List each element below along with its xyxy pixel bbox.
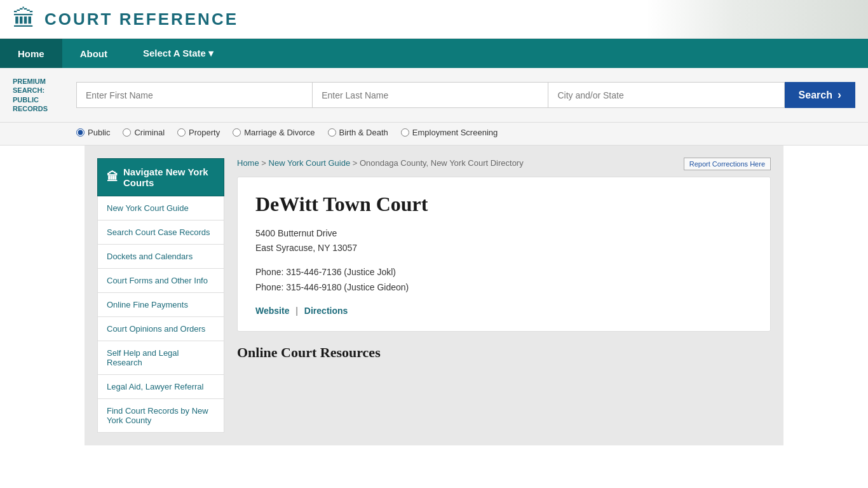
phone2: Phone: 315-446-9180 (Justice Gideon) <box>255 280 752 295</box>
sidebar-header-icon: 🏛 <box>107 171 118 184</box>
breadcrumb-home[interactable]: Home <box>237 158 259 168</box>
court-address: 5400 Butternut Drive East Syracuse, NY 1… <box>255 226 752 255</box>
court-links: Website | Directions <box>255 306 752 316</box>
breadcrumb-guide[interactable]: New York Court Guide <box>269 158 351 168</box>
first-name-input[interactable] <box>76 82 312 108</box>
logo-icon: 🏛 <box>13 8 36 30</box>
sidebar-item-court-forms[interactable]: Court Forms and Other Info <box>97 269 224 293</box>
court-card-wrapper: Report Corrections Here DeWitt Town Cour… <box>237 177 771 331</box>
search-button[interactable]: Search › <box>785 82 855 108</box>
radio-employment-screening[interactable]: Employment Screening <box>401 128 498 137</box>
link-separator: | <box>295 306 298 316</box>
navbar: Home About Select A State ▾ <box>0 39 868 68</box>
radio-property[interactable]: Property <box>177 128 220 137</box>
radio-criminal[interactable]: Criminal <box>123 128 165 137</box>
search-inputs: Search › <box>76 82 855 108</box>
nav-home[interactable]: Home <box>0 39 62 68</box>
sidebar: 🏛 Navigate New York Courts New York Cour… <box>97 158 224 433</box>
phone1: Phone: 315-446-7136 (Justice Jokl) <box>255 265 752 280</box>
website-link[interactable]: Website <box>255 306 289 316</box>
sidebar-item-court-opinions[interactable]: Court Opinions and Orders <box>97 317 224 341</box>
online-resources-heading: Online Court Resources <box>237 344 771 361</box>
search-arrow-icon: › <box>837 88 841 102</box>
search-bar: PREMIUM SEARCH: PUBLIC RECORDS Search › <box>0 68 868 123</box>
radio-marriage-divorce[interactable]: Marriage & Divorce <box>233 128 315 137</box>
main-content: 🏛 Navigate New York Courts New York Cour… <box>85 146 783 445</box>
sidebar-item-self-help[interactable]: Self Help and Legal Research <box>97 341 224 375</box>
sidebar-item-legal-aid[interactable]: Legal Aid, Lawyer Referral <box>97 375 224 399</box>
court-phones: Phone: 315-446-7136 (Justice Jokl) Phone… <box>255 265 752 295</box>
sidebar-header: 🏛 Navigate New York Courts <box>97 158 224 196</box>
court-card: DeWitt Town Court 5400 Butternut Drive E… <box>237 177 771 331</box>
radio-birth-death[interactable]: Birth & Death <box>328 128 388 137</box>
sidebar-item-search-case-records[interactable]: Search Court Case Records <box>97 220 224 245</box>
report-corrections-link[interactable]: Report Corrections Here <box>684 158 771 170</box>
last-name-input[interactable] <box>312 82 548 108</box>
court-name: DeWitt Town Court <box>255 193 752 216</box>
sidebar-item-online-fine-payments[interactable]: Online Fine Payments <box>97 293 224 317</box>
logo-text: COURT REFERENCE <box>44 10 238 29</box>
content-area: Home > New York Court Guide > Onondaga C… <box>237 158 771 433</box>
radio-public[interactable]: Public <box>76 128 110 137</box>
breadcrumb-current: Onondaga County, New York Court Director… <box>360 158 524 168</box>
sidebar-item-dockets-calendars[interactable]: Dockets and Calendars <box>97 245 224 269</box>
radio-bar: Public Criminal Property Marriage & Divo… <box>0 123 868 146</box>
site-header: 🏛 COURT REFERENCE <box>0 0 868 39</box>
directions-link[interactable]: Directions <box>304 306 348 316</box>
city-state-input[interactable] <box>548 82 784 108</box>
sidebar-header-text: Navigate New York Courts <box>123 166 215 188</box>
premium-label: PREMIUM SEARCH: PUBLIC RECORDS <box>13 77 76 113</box>
nav-select-state[interactable]: Select A State ▾ <box>125 39 231 68</box>
sidebar-item-ny-court-guide[interactable]: New York Court Guide <box>97 196 224 220</box>
nav-about[interactable]: About <box>62 39 125 68</box>
sidebar-item-find-court-records[interactable]: Find Court Records by New York County <box>97 399 224 433</box>
